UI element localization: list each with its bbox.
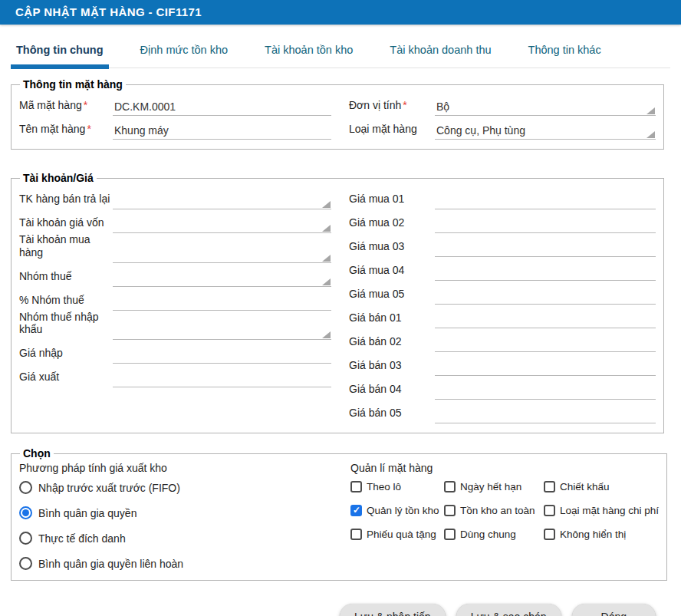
gia-mua-05-input[interactable]	[435, 285, 656, 305]
form-body: Thông tin mặt hàng Mã mặt hàng* Tên mặt …	[0, 68, 681, 616]
ma-mat-hang-input[interactable]	[113, 97, 331, 116]
checkbox-group-label: Quản lí mặt hàng	[350, 462, 659, 474]
field-row: Giá mua 05	[349, 281, 656, 305]
dropdown-triangle-icon	[646, 131, 655, 138]
section-thong-tin-mat-hang-legend: Thông tin mặt hàng	[20, 78, 126, 91]
don-vi-tinh-label: Đơn vị tính*	[349, 99, 435, 116]
field-row: Giá bán 01	[349, 305, 656, 328]
gia-mua-03-input[interactable]	[435, 238, 656, 257]
save-and-copy-button[interactable]: Lưu & sao chép	[456, 604, 561, 616]
section-chon: Chọn Phương pháp tính giá xuất kho Nhập …	[11, 447, 667, 581]
checkbox-loai-mat-hang-chi-phi[interactable]: Loại mặt hàng chi phí	[544, 505, 659, 516]
field-row: Nhóm thuế	[19, 263, 331, 287]
window-titlebar: CẬP NHẬT MẶT HÀNG - CIF1171	[0, 0, 681, 25]
radio-circle-icon[interactable]	[19, 557, 32, 570]
phan-tram-nhom-thue-input[interactable]	[113, 292, 331, 311]
field-row: Mã mặt hàng*	[19, 92, 331, 116]
gia-ban-02-label: Giá bán 02	[349, 335, 435, 352]
field-row: Tên mặt hàng*	[19, 116, 331, 140]
phan-tram-nhom-thue-label: % Nhóm thuế	[19, 294, 113, 311]
field-row: Đơn vị tính*	[349, 92, 656, 116]
field-row: Giá mua 03	[349, 233, 656, 257]
loai-mat-hang-label: Loại mặt hàng	[349, 123, 435, 140]
gia-nhap-input[interactable]	[113, 344, 331, 364]
radio-binh-quan-gia-quyen-lien-hoan[interactable]: Bình quân gia quyền liên hoàn	[19, 557, 350, 570]
gia-ban-04-input[interactable]	[435, 380, 656, 400]
required-asterisk: *	[84, 99, 87, 111]
field-row: Giá nhập	[19, 340, 331, 364]
dropdown-triangle-icon	[322, 278, 331, 285]
checkbox-theo-lo[interactable]: Theo lô	[350, 481, 442, 492]
gia-mua-03-label: Giá mua 03	[349, 240, 435, 257]
ten-mat-hang-input[interactable]	[113, 120, 331, 140]
radio-group-label: Phương pháp tính giá xuất kho	[19, 462, 350, 474]
checkbox-icon[interactable]	[350, 481, 362, 492]
gia-mua-02-input[interactable]	[435, 214, 656, 233]
checkbox-ton-kho-an-toan[interactable]: Tồn kho an toàn	[444, 505, 542, 516]
don-vi-tinh-select[interactable]	[435, 97, 656, 116]
tai-khoan-gia-von-select[interactable]	[113, 214, 331, 233]
tab-thong-tin-khac[interactable]: Thông tin khác	[523, 41, 607, 68]
dropdown-triangle-icon	[322, 255, 331, 262]
field-row: Giá bán 03	[349, 352, 656, 376]
gia-ban-03-input[interactable]	[435, 357, 656, 376]
checkbox-khong-hien-thi[interactable]: Không hiển thị	[544, 529, 659, 540]
field-row: Giá xuất	[19, 364, 331, 387]
tai-khoan-mua-hang-select[interactable]	[113, 244, 331, 263]
section-tai-khoan-gia-legend: Tài khoản/Giá	[20, 172, 97, 184]
section-chon-legend: Chọn	[20, 447, 54, 460]
checkbox-grid: Theo lô Ngày hết hạn Chiết khấu Quản lý …	[350, 481, 659, 540]
gia-ban-02-input[interactable]	[435, 333, 656, 352]
tab-dinh-muc-ton-kho[interactable]: Định mức tồn kho	[135, 41, 233, 68]
gia-ban-05-input[interactable]	[435, 404, 656, 423]
radio-binh-quan-gia-quyen[interactable]: Bình quân gia quyền	[19, 506, 350, 519]
field-row: Tài khoản giá vốn	[19, 209, 331, 233]
gia-mua-01-label: Giá mua 01	[349, 193, 435, 209]
gia-xuat-label: Giá xuất	[19, 371, 113, 387]
checkbox-icon[interactable]	[444, 481, 456, 492]
save-and-continue-button[interactable]: Lưu & nhập tiếp	[340, 604, 446, 616]
tab-tai-khoan-doanh-thu[interactable]: Tài khoản doanh thu	[384, 41, 496, 68]
loai-mat-hang-select[interactable]	[435, 120, 656, 140]
radio-fifo[interactable]: Nhập trước xuất trước (FIFO)	[19, 481, 350, 494]
field-row: TK hàng bán trả lại	[19, 186, 331, 209]
checkbox-icon[interactable]	[544, 529, 555, 540]
checkbox-icon[interactable]	[544, 505, 555, 516]
tai-khoan-mua-hang-label: Tài khoản mua hàng	[19, 233, 113, 263]
close-button[interactable]: Đóng	[572, 604, 656, 616]
section-thong-tin-mat-hang: Thông tin mặt hàng Mã mặt hàng* Tên mặt …	[11, 78, 664, 150]
radio-thuc-te-dich-danh-label: Thực tế đích danh	[38, 532, 126, 545]
checkbox-chiet-khau[interactable]: Chiết khấu	[544, 481, 659, 492]
gia-ban-05-label: Giá bán 05	[349, 407, 435, 423]
required-asterisk: *	[403, 99, 406, 111]
field-row: Loại mặt hàng	[349, 116, 656, 140]
checkbox-phieu-qua-tang[interactable]: Phiếu quà tặng	[350, 529, 442, 540]
checkbox-icon[interactable]	[444, 505, 456, 516]
gia-ban-01-input[interactable]	[435, 309, 656, 328]
checkbox-quan-ly-ton-kho[interactable]: Quản lý tồn kho	[350, 505, 442, 516]
tab-thong-tin-chung[interactable]: Thông tin chung	[11, 41, 109, 68]
window-title: CẬP NHẬT MẶT HÀNG - CIF1171	[15, 5, 202, 18]
section-tai-khoan-gia: Tài khoản/Giá TK hàng bán trả lại Tài kh…	[11, 172, 664, 433]
gia-xuat-input[interactable]	[113, 368, 331, 387]
nhom-thue-nhap-khau-select[interactable]	[113, 321, 331, 340]
nhom-thue-select[interactable]	[113, 268, 331, 287]
gia-nhap-label: Giá nhập	[19, 347, 113, 364]
gia-mua-01-input[interactable]	[435, 190, 656, 209]
ma-mat-hang-label: Mã mặt hàng*	[19, 99, 113, 116]
checkbox-ngay-het-han[interactable]: Ngày hết hạn	[444, 481, 542, 492]
radio-circle-icon[interactable]	[19, 506, 32, 519]
radio-circle-icon[interactable]	[19, 532, 32, 545]
tk-hang-ban-tra-lai-label: TK hàng bán trả lại	[19, 193, 113, 209]
tab-tai-khoan-ton-kho[interactable]: Tài khoản tồn kho	[259, 41, 358, 68]
checkbox-icon[interactable]	[350, 529, 362, 540]
checkbox-dung-chung[interactable]: Dùng chung	[444, 529, 542, 540]
radio-thuc-te-dich-danh[interactable]: Thực tế đích danh	[19, 532, 350, 545]
radio-circle-icon[interactable]	[19, 481, 32, 494]
checkbox-icon[interactable]	[350, 505, 362, 516]
checkbox-icon[interactable]	[544, 481, 555, 492]
checkbox-icon[interactable]	[444, 529, 456, 540]
gia-mua-04-input[interactable]	[435, 262, 656, 281]
tk-hang-ban-tra-lai-select[interactable]	[113, 190, 331, 209]
dropdown-triangle-icon	[322, 201, 331, 208]
